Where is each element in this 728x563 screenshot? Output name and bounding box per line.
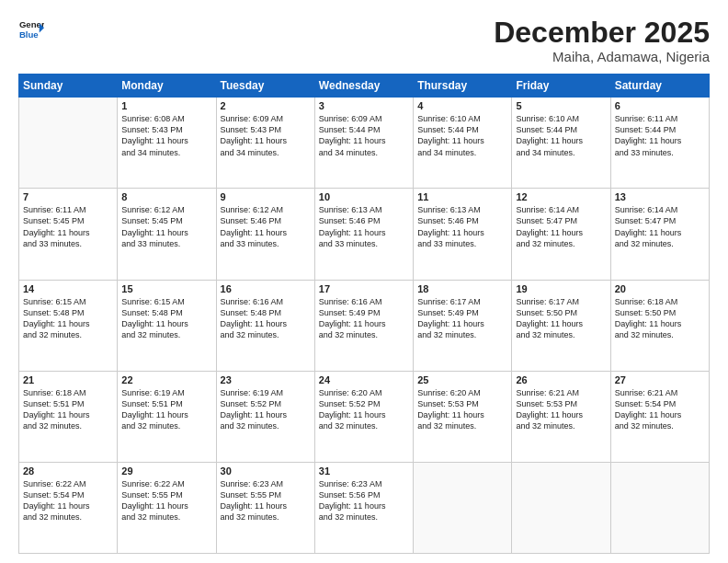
day-info: Sunrise: 6:13 AM Sunset: 5:46 PM Dayligh…: [319, 204, 409, 249]
calendar-day-cell: 20Sunrise: 6:18 AM Sunset: 5:50 PM Dayli…: [610, 280, 709, 371]
day-number: 12: [516, 191, 606, 202]
calendar-day-cell: [19, 98, 118, 189]
calendar-day-cell: 8Sunrise: 6:12 AM Sunset: 5:45 PM Daylig…: [118, 189, 216, 280]
calendar-day-cell: 14Sunrise: 6:15 AM Sunset: 5:48 PM Dayli…: [19, 280, 118, 371]
day-info: Sunrise: 6:16 AM Sunset: 5:49 PM Dayligh…: [319, 296, 409, 341]
day-number: 5: [516, 100, 606, 111]
day-number: 4: [417, 100, 507, 111]
day-number: 1: [121, 100, 211, 111]
calendar-week-row: 1Sunrise: 6:08 AM Sunset: 5:43 PM Daylig…: [19, 98, 710, 189]
day-info: Sunrise: 6:09 AM Sunset: 5:43 PM Dayligh…: [221, 113, 311, 158]
calendar-day-cell: 11Sunrise: 6:13 AM Sunset: 5:46 PM Dayli…: [414, 189, 512, 280]
calendar-day-cell: 3Sunrise: 6:09 AM Sunset: 5:44 PM Daylig…: [314, 98, 413, 189]
weekday-header: Friday: [512, 75, 610, 98]
calendar-day-cell: 4Sunrise: 6:10 AM Sunset: 5:44 PM Daylig…: [414, 98, 512, 189]
day-info: Sunrise: 6:15 AM Sunset: 5:48 PM Dayligh…: [121, 296, 211, 341]
calendar-day-cell: 19Sunrise: 6:17 AM Sunset: 5:50 PM Dayli…: [512, 280, 610, 371]
day-number: 10: [319, 191, 409, 202]
day-info: Sunrise: 6:12 AM Sunset: 5:45 PM Dayligh…: [121, 204, 211, 249]
day-info: Sunrise: 6:14 AM Sunset: 5:47 PM Dayligh…: [615, 204, 705, 249]
calendar-day-cell: 1Sunrise: 6:08 AM Sunset: 5:43 PM Daylig…: [118, 98, 216, 189]
calendar-day-cell: 24Sunrise: 6:20 AM Sunset: 5:52 PM Dayli…: [314, 371, 413, 462]
day-number: 30: [221, 465, 311, 477]
calendar-day-cell: 12Sunrise: 6:14 AM Sunset: 5:47 PM Dayli…: [512, 189, 610, 280]
weekday-header: Tuesday: [216, 75, 314, 98]
day-number: 24: [319, 374, 409, 385]
weekday-header: Saturday: [610, 75, 709, 98]
day-info: Sunrise: 6:18 AM Sunset: 5:51 PM Dayligh…: [23, 387, 113, 432]
day-info: Sunrise: 6:19 AM Sunset: 5:52 PM Dayligh…: [221, 387, 311, 432]
calendar-day-cell: 13Sunrise: 6:14 AM Sunset: 5:47 PM Dayli…: [610, 189, 709, 280]
calendar-day-cell: 9Sunrise: 6:12 AM Sunset: 5:46 PM Daylig…: [216, 189, 314, 280]
calendar-day-cell: 25Sunrise: 6:20 AM Sunset: 5:53 PM Dayli…: [414, 371, 512, 462]
day-number: 19: [516, 283, 606, 294]
calendar-header-row: SundayMondayTuesdayWednesdayThursdayFrid…: [19, 75, 710, 98]
calendar-day-cell: 21Sunrise: 6:18 AM Sunset: 5:51 PM Dayli…: [19, 371, 118, 462]
day-number: 11: [417, 191, 507, 202]
day-number: 9: [221, 191, 311, 202]
calendar-day-cell: [610, 462, 709, 553]
day-number: 27: [615, 374, 705, 385]
day-number: 14: [23, 283, 113, 294]
calendar-week-row: 14Sunrise: 6:15 AM Sunset: 5:48 PM Dayli…: [19, 280, 710, 371]
day-info: Sunrise: 6:21 AM Sunset: 5:54 PM Dayligh…: [615, 387, 705, 432]
location: Maiha, Adamawa, Nigeria: [494, 49, 710, 64]
day-number: 22: [121, 374, 211, 385]
day-info: Sunrise: 6:17 AM Sunset: 5:49 PM Dayligh…: [417, 296, 507, 341]
day-number: 7: [23, 191, 113, 202]
day-number: 21: [23, 374, 113, 385]
day-info: Sunrise: 6:10 AM Sunset: 5:44 PM Dayligh…: [417, 113, 507, 158]
day-number: 25: [417, 374, 507, 385]
day-info: Sunrise: 6:22 AM Sunset: 5:55 PM Dayligh…: [121, 478, 211, 523]
day-info: Sunrise: 6:12 AM Sunset: 5:46 PM Dayligh…: [221, 204, 311, 249]
logo-icon: General Blue: [18, 17, 44, 42]
calendar-day-cell: 27Sunrise: 6:21 AM Sunset: 5:54 PM Dayli…: [610, 371, 709, 462]
day-number: 8: [121, 191, 211, 202]
day-info: Sunrise: 6:21 AM Sunset: 5:53 PM Dayligh…: [516, 387, 606, 432]
calendar-day-cell: 17Sunrise: 6:16 AM Sunset: 5:49 PM Dayli…: [314, 280, 413, 371]
day-info: Sunrise: 6:17 AM Sunset: 5:50 PM Dayligh…: [516, 296, 606, 341]
day-info: Sunrise: 6:22 AM Sunset: 5:54 PM Dayligh…: [23, 478, 113, 523]
day-number: 26: [516, 374, 606, 385]
page: General Blue December 2025 Maiha, Adamaw…: [0, 0, 728, 563]
day-number: 6: [615, 100, 705, 111]
calendar-week-row: 28Sunrise: 6:22 AM Sunset: 5:54 PM Dayli…: [19, 462, 710, 553]
day-info: Sunrise: 6:20 AM Sunset: 5:53 PM Dayligh…: [417, 387, 507, 432]
day-number: 15: [121, 283, 211, 294]
day-info: Sunrise: 6:13 AM Sunset: 5:46 PM Dayligh…: [417, 204, 507, 249]
day-number: 23: [221, 374, 311, 385]
day-info: Sunrise: 6:16 AM Sunset: 5:48 PM Dayligh…: [221, 296, 311, 341]
day-info: Sunrise: 6:11 AM Sunset: 5:45 PM Dayligh…: [23, 204, 113, 249]
weekday-header: Thursday: [414, 75, 512, 98]
calendar-table: SundayMondayTuesdayWednesdayThursdayFrid…: [18, 74, 710, 554]
day-info: Sunrise: 6:15 AM Sunset: 5:48 PM Dayligh…: [23, 296, 113, 341]
day-number: 3: [319, 100, 409, 111]
calendar-day-cell: 31Sunrise: 6:23 AM Sunset: 5:56 PM Dayli…: [314, 462, 413, 553]
day-number: 18: [417, 283, 507, 294]
month-title: December 2025: [494, 17, 710, 49]
day-number: 29: [121, 465, 211, 477]
weekday-header: Sunday: [19, 75, 118, 98]
day-info: Sunrise: 6:11 AM Sunset: 5:44 PM Dayligh…: [615, 113, 705, 158]
calendar-day-cell: 28Sunrise: 6:22 AM Sunset: 5:54 PM Dayli…: [19, 462, 118, 553]
calendar-day-cell: [512, 462, 610, 553]
day-info: Sunrise: 6:09 AM Sunset: 5:44 PM Dayligh…: [319, 113, 409, 158]
day-number: 20: [615, 283, 705, 294]
day-number: 28: [23, 465, 113, 477]
weekday-header: Monday: [118, 75, 216, 98]
day-info: Sunrise: 6:08 AM Sunset: 5:43 PM Dayligh…: [121, 113, 211, 158]
calendar-day-cell: 6Sunrise: 6:11 AM Sunset: 5:44 PM Daylig…: [610, 98, 709, 189]
day-info: Sunrise: 6:20 AM Sunset: 5:52 PM Dayligh…: [319, 387, 409, 432]
calendar-day-cell: 5Sunrise: 6:10 AM Sunset: 5:44 PM Daylig…: [512, 98, 610, 189]
day-number: 2: [221, 100, 311, 111]
calendar-week-row: 21Sunrise: 6:18 AM Sunset: 5:51 PM Dayli…: [19, 371, 710, 462]
calendar-day-cell: 2Sunrise: 6:09 AM Sunset: 5:43 PM Daylig…: [216, 98, 314, 189]
calendar-day-cell: 18Sunrise: 6:17 AM Sunset: 5:49 PM Dayli…: [414, 280, 512, 371]
day-info: Sunrise: 6:18 AM Sunset: 5:50 PM Dayligh…: [615, 296, 705, 341]
day-info: Sunrise: 6:23 AM Sunset: 5:56 PM Dayligh…: [319, 478, 409, 523]
day-number: 13: [615, 191, 705, 202]
calendar-day-cell: 29Sunrise: 6:22 AM Sunset: 5:55 PM Dayli…: [118, 462, 216, 553]
svg-text:Blue: Blue: [19, 29, 39, 40]
day-info: Sunrise: 6:14 AM Sunset: 5:47 PM Dayligh…: [516, 204, 606, 249]
calendar-day-cell: 10Sunrise: 6:13 AM Sunset: 5:46 PM Dayli…: [314, 189, 413, 280]
